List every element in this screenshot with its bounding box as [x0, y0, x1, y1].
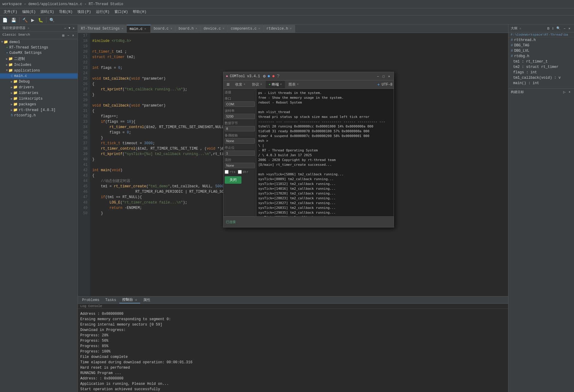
sidebar-port-select[interactable]: COM: — [225, 101, 255, 107]
outline-item-tm2[interactable]: tm2 : struct rt_timer — [508, 64, 574, 70]
tree-item-libraries[interactable]: ▶ 📁 libraries — [0, 90, 78, 96]
com-tool-add-icon[interactable]: + — [377, 82, 380, 87]
debug-btn[interactable]: 🐛 — [37, 17, 44, 23]
build-target-btn-1[interactable]: ▷ — [562, 90, 567, 94]
tree-item-cubemx[interactable]: ▪ CubeMX Settings — [0, 50, 78, 56]
bottom-content[interactable]: Address : 0x08000000 Erasing memory corr… — [78, 309, 508, 392]
com-tool-info-circle[interactable]: ● — [267, 74, 270, 79]
tab-mainc[interactable]: main.c × — [127, 25, 151, 33]
search-btn[interactable]: 🔍 — [48, 17, 56, 23]
build-btn[interactable]: 🔨 — [21, 17, 29, 23]
search-options-btn[interactable]: ⊞ — [61, 33, 66, 38]
outline-item-dbg-lvl[interactable]: #DBG_LVL — [508, 48, 574, 54]
sidebar-baudrate-input[interactable] — [225, 114, 255, 119]
dtr-checkbox[interactable] — [238, 170, 242, 174]
outline-search-btn[interactable]: 🔍 — [555, 26, 562, 31]
explorer-collapse-btn[interactable]: − — [64, 26, 67, 30]
tab-close-mainc[interactable]: × — [144, 28, 146, 31]
explorer-menu-btn[interactable]: ▾ — [68, 26, 71, 30]
com-tool-maximize-btn[interactable]: □ — [381, 74, 386, 79]
tree-item-packages[interactable]: ▶ 📁 packages — [0, 101, 78, 107]
outline-item-rtdbg-h[interactable]: #rtdbg.h — [508, 54, 574, 59]
new-file-btn[interactable]: 📄 — [1, 17, 9, 23]
tab-close-boardh[interactable]: × — [196, 27, 197, 31]
sidebar-databits-select[interactable]: 8 — [225, 126, 255, 131]
tab-devicec[interactable]: device.c × — [201, 25, 228, 33]
outline-item-dbg-tag[interactable]: #DBG_TAG — [508, 43, 574, 48]
com-tool-title-bar[interactable]: ● COMTool v3.4.1 ⚙ ● ● ? − □ × — [223, 72, 394, 80]
outline-btn-1[interactable]: B — [546, 26, 551, 31]
menu-run[interactable]: 运行(R) — [93, 9, 112, 15]
outline-item-main[interactable]: main() : int — [508, 80, 574, 86]
menu-edit[interactable]: 编辑(E) — [20, 9, 38, 15]
tab-close-componentsc[interactable]: × — [259, 27, 260, 31]
tab-rtdeviceh[interactable]: rtdevice.h × — [264, 25, 295, 33]
run-btn[interactable]: ▶ — [30, 17, 36, 23]
outline-item-flags[interactable]: flags : int — [508, 70, 574, 75]
tab-boardh[interactable]: board.h × — [176, 25, 200, 33]
sidebar-flowctrl-select[interactable]: None — [225, 163, 255, 168]
com-tab-terminal[interactable]: ● 终端 × — [266, 81, 285, 88]
com-tool-help-circle[interactable]: ? — [277, 74, 280, 79]
sidebar-parity-select[interactable]: None — [225, 138, 255, 144]
tab-tasks[interactable]: Tasks — [102, 297, 119, 303]
tree-item-rtconfig[interactable]: h rtconfig.h — [0, 113, 78, 118]
tree-item-rt-settings[interactable]: ▪ RT-Thread Settings — [0, 45, 78, 50]
build-target-close-btn[interactable]: × — [567, 90, 572, 94]
outline-item-tm1[interactable]: tm1 : rt_timer_t — [508, 59, 574, 64]
com-tool-close-btn[interactable]: × — [387, 74, 391, 79]
tab-close-devicec[interactable]: × — [223, 27, 224, 31]
com-tab-terminal-close[interactable]: × — [280, 83, 282, 86]
menu-source[interactable]: 源码(S) — [38, 9, 57, 15]
tree-item-mainc[interactable]: c main.c — [0, 73, 78, 79]
search-close-btn[interactable]: × — [71, 33, 75, 38]
com-tool-settings-icon[interactable]: ⚙ — [263, 74, 265, 79]
tree-item-drivers[interactable]: ▶ 📁 drivers — [0, 84, 78, 90]
tab-rt-settings[interactable]: RT-Thread Settings × — [78, 25, 127, 33]
com-tool-minimize-btn[interactable]: − — [376, 74, 380, 79]
com-tool-menu-icon[interactable]: ≡ — [225, 82, 232, 88]
com-tab-chart-close[interactable]: × — [297, 83, 299, 86]
menu-help[interactable]: 帮助(H) — [130, 9, 149, 15]
rts-checkbox-label[interactable]: rts — [225, 170, 235, 174]
tab-componentsc[interactable]: components.c × — [228, 25, 263, 33]
menu-navigate[interactable]: 导航(N) — [57, 9, 75, 15]
outline-item-rtthread-h[interactable]: #rtthread.h — [508, 37, 574, 43]
com-tab-protocol[interactable]: 协议 × — [249, 81, 265, 88]
save-btn[interactable]: 💾 — [10, 17, 17, 23]
outline-item-tm1-callback[interactable]: tm1_callback(void) : v — [508, 75, 574, 80]
tab-properties[interactable]: 属性 — [140, 297, 153, 303]
sidebar-stopbits-select[interactable]: 1 — [225, 151, 255, 156]
icon-rt-settings: ▪ — [6, 45, 8, 50]
tree-item-applications[interactable]: ▼ 📁 applications — [0, 68, 78, 73]
tree-item-debug[interactable]: ▶ 📁 Debug — [0, 79, 78, 84]
tab-close-rtdeviceh[interactable]: × — [290, 27, 292, 31]
com-tab-protocol-close[interactable]: × — [260, 83, 262, 86]
tree-item-rt-thread[interactable]: ▶ 📁 rt-thread [4.0.3] — [0, 107, 78, 113]
rts-checkbox[interactable] — [225, 170, 229, 174]
tree-item-linkscripts[interactable]: ▶ 📁 linkscripts — [0, 96, 78, 101]
com-tab-receive-close[interactable]: × — [244, 83, 245, 86]
com-tab-receive[interactable]: 收发 × — [232, 81, 248, 88]
menu-file[interactable]: 文件(F) — [1, 9, 20, 15]
tab-boardc[interactable]: board.c × — [151, 25, 176, 33]
tab-close-rt-settings[interactable]: × — [122, 27, 123, 31]
outline-minimize-btn[interactable]: − — [562, 26, 567, 31]
com-tab-chart[interactable]: 图表 × — [286, 81, 302, 88]
tree-item-demo1[interactable]: ▼ 📁 demo1 — [0, 39, 78, 45]
tree-item-binary[interactable]: ▶ 📁 二进制 — [0, 56, 78, 62]
tab-close-boardc[interactable]: × — [170, 27, 172, 31]
dtr-checkbox-label[interactable]: dtr — [238, 170, 249, 174]
tab-console[interactable]: 控制台 ☆ — [119, 297, 140, 303]
menu-window[interactable]: 窗口(W) — [112, 9, 131, 15]
outline-btn-2[interactable]: I — [551, 26, 555, 31]
com-close-button[interactable]: 关闭 — [225, 176, 241, 184]
com-terminal[interactable]: ps - List threads in the system. free - … — [256, 89, 394, 216]
tab-problems[interactable]: Problems — [79, 297, 102, 303]
menu-project[interactable]: 项目(P) — [75, 9, 93, 15]
com-tool-close-circle[interactable]: ● — [272, 74, 275, 79]
explorer-close-btn[interactable]: × — [72, 26, 75, 30]
search-minimize-btn[interactable]: − — [66, 33, 70, 38]
outline-close-btn[interactable]: × — [567, 26, 572, 31]
tree-item-includes[interactable]: ▶ 📁 Includes — [0, 62, 78, 68]
